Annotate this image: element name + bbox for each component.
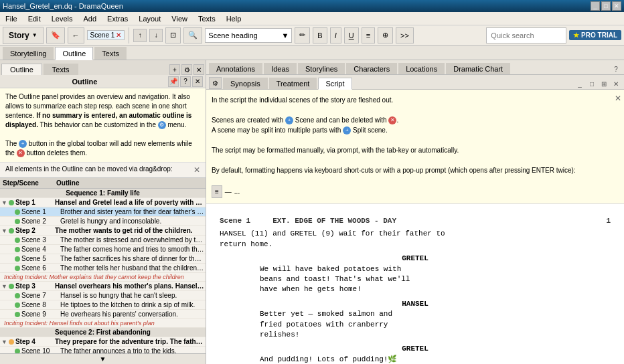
scene-8-row[interactable]: Scene 8 He tiptoes to the kitchen to dri… <box>0 300 206 310</box>
right-tab-characters[interactable]: Characters <box>346 63 397 74</box>
scene-3-row[interactable]: Scene 3 The mother is stressed and overw… <box>0 236 206 245</box>
script-tab-script[interactable]: Script <box>318 78 352 90</box>
step3-label: Step 3 <box>15 282 35 290</box>
step3-dot <box>9 284 14 289</box>
info-line5: The <box>5 140 19 147</box>
scene6-label: Scene 6 <box>21 264 46 272</box>
story-dropdown-icon: ▼ <box>32 32 37 38</box>
left-panel-add-btn[interactable]: + <box>169 64 180 75</box>
scene-tag-close[interactable]: ✕ <box>116 31 121 39</box>
script-expand-btn[interactable]: □ <box>587 78 597 89</box>
scene-4-row[interactable]: Scene 4 The father comes home and tries … <box>0 245 206 254</box>
script-close-btn[interactable]: ✕ <box>611 78 621 89</box>
nav-down-btn[interactable]: ↓ <box>149 29 163 42</box>
close-btn[interactable]: ✕ <box>612 1 621 11</box>
insert-btn[interactable]: ⊕ <box>378 27 393 43</box>
scene-10-row[interactable]: Scene 10 The father announces a trip to … <box>0 347 206 353</box>
tab-texts[interactable]: Texts <box>94 47 127 60</box>
scene-2-row[interactable]: Scene 2 Gretel is hungry and inconsolabl… <box>0 217 206 226</box>
menu-extras[interactable]: Extras <box>104 13 131 24</box>
outline-help-btn[interactable]: ? <box>180 76 191 87</box>
scene3-dot <box>15 238 20 243</box>
script-minimize-btn[interactable]: _ <box>574 78 585 89</box>
pencil-btn[interactable]: ✏ <box>295 27 310 43</box>
help-panel-close[interactable]: ✕ <box>615 92 621 104</box>
right-tab-locations[interactable]: Locations <box>398 63 445 74</box>
story-button[interactable]: Story ▼ <box>3 27 44 44</box>
left-tab-outline[interactable]: Outline <box>1 64 42 76</box>
scene6-text: The mother tells her husband that the ch… <box>60 264 204 272</box>
right-tab-annotations[interactable]: Annotations <box>209 63 262 74</box>
bookmark-btn[interactable]: 🔖 <box>46 27 65 43</box>
format-dropdown[interactable]: Scene heading ▼ <box>205 28 292 43</box>
right-tab-storylines[interactable]: Storylines <box>298 63 345 74</box>
search-input[interactable] <box>486 27 566 43</box>
align-btn[interactable]: ≡ <box>362 27 375 43</box>
del-inline-icon: ✕ <box>17 149 25 157</box>
left-tab-texts[interactable]: Texts <box>44 64 78 75</box>
menu-view[interactable]: View <box>169 13 190 24</box>
scene10-label: Scene 10 <box>21 347 50 353</box>
step-4-row[interactable]: ▼ Step 4 They prepare for the adventure … <box>0 337 206 347</box>
zoom-fit-btn[interactable]: ⊡ <box>165 27 181 43</box>
scene-5-row[interactable]: Scene 5 The father sacrifices his share … <box>0 254 206 264</box>
scene-7-row[interactable]: Scene 7 Hansel is so hungry that he can'… <box>0 291 206 300</box>
drag-info-close[interactable]: ✕ <box>193 165 200 175</box>
menu-file[interactable]: File <box>3 13 20 24</box>
help-line4: The script may be formatted manually, vi… <box>212 145 619 155</box>
underline-btn[interactable]: U <box>344 27 359 43</box>
gear-icon-btn[interactable]: ⚙ <box>209 77 222 89</box>
step-3-row[interactable]: ▼ Step 3 Hansel overhears his mother's p… <box>0 282 206 291</box>
minimize-btn[interactable]: _ <box>591 1 600 11</box>
sequence-2[interactable]: Sequence 2: First abandoning <box>0 328 206 337</box>
scene-1-row[interactable]: Scene 1 Brother and sister yearn for the… <box>0 207 206 217</box>
more-btn[interactable]: >> <box>396 27 414 43</box>
scene-9-row[interactable]: Scene 9 He overhears his parents' conver… <box>0 310 206 319</box>
step-2-row[interactable]: ▼ Step 2 The mother wants to get rid of … <box>0 226 206 236</box>
maximize-btn[interactable]: □ <box>601 1 611 11</box>
left-panel-config-btn[interactable]: ⚙ <box>181 64 192 75</box>
scene2-dot <box>15 219 20 224</box>
outline-table-header: Step/Scene Outline <box>0 178 206 189</box>
format-dropdown-arrow: ▼ <box>281 31 289 39</box>
help-panel: ✕ In the script the individual scenes of… <box>206 90 624 204</box>
scene-6-row[interactable]: Scene 6 The mother tells her husband tha… <box>0 264 206 273</box>
menu-edit[interactable]: Edit <box>25 13 44 24</box>
tab-storytelling[interactable]: Storytelling <box>3 47 54 60</box>
script-panel[interactable]: Scene 1 EXT. EDGE OF THE WOODS - DAY 1 H… <box>206 204 624 364</box>
help-btn[interactable]: ? <box>611 64 621 74</box>
scene10-dot <box>15 349 20 354</box>
arrow-left-btn[interactable]: ← <box>68 27 84 43</box>
tab-outline[interactable]: Outline <box>55 47 93 60</box>
bold-btn[interactable]: B <box>313 27 327 43</box>
outline-close-btn[interactable]: ✕ <box>192 76 203 87</box>
step-1-row[interactable]: ▼ Step 1 Hansel and Gretel lead a life o… <box>0 198 206 207</box>
step2-dot <box>9 228 14 234</box>
menu-add[interactable]: Add <box>81 13 100 24</box>
inciting-2-row: Inciting Incident: Hansel finds out abou… <box>0 319 206 328</box>
scene3-text: The mother is stressed and overwhelmed b… <box>60 236 204 244</box>
outline-pin-btn[interactable]: 📌 <box>168 76 179 87</box>
sequence-1[interactable]: Sequence 1: Family life <box>0 189 206 198</box>
right-tab-dramatic-chart[interactable]: Dramatic Chart <box>446 63 510 74</box>
scene9-label: Scene 9 <box>21 310 46 318</box>
help-line3: A scene may be split into multiple parts… <box>212 125 619 135</box>
right-tab-ideas[interactable]: Ideas <box>264 63 297 74</box>
script-tab-synopsis[interactable]: Synopsis <box>223 78 268 89</box>
expand-icon: ▼ <box>1 199 7 206</box>
menu-texts[interactable]: Texts <box>196 13 218 24</box>
scene-tag[interactable]: Scene 1 ✕ <box>87 30 125 40</box>
italic-btn[interactable]: I <box>330 27 341 43</box>
add-inline-icon: + <box>19 140 27 148</box>
menu-help[interactable]: Help <box>224 13 244 24</box>
step2-text: The mother wants to get rid of the child… <box>55 227 204 234</box>
zoom-btn[interactable]: 🔍 <box>183 27 202 43</box>
scroll-down-arrow[interactable]: ▼ <box>100 355 106 363</box>
script-dock-btn[interactable]: ⊞ <box>599 78 609 89</box>
menu-levels[interactable]: Levels <box>49 13 76 24</box>
menu-layout[interactable]: Layout <box>136 13 163 24</box>
nav-up-btn[interactable]: ↑ <box>133 29 147 42</box>
scene9-dot <box>15 312 20 317</box>
left-panel-close-btn[interactable]: ✕ <box>193 64 204 75</box>
script-tab-treatment[interactable]: Treatment <box>269 78 317 89</box>
